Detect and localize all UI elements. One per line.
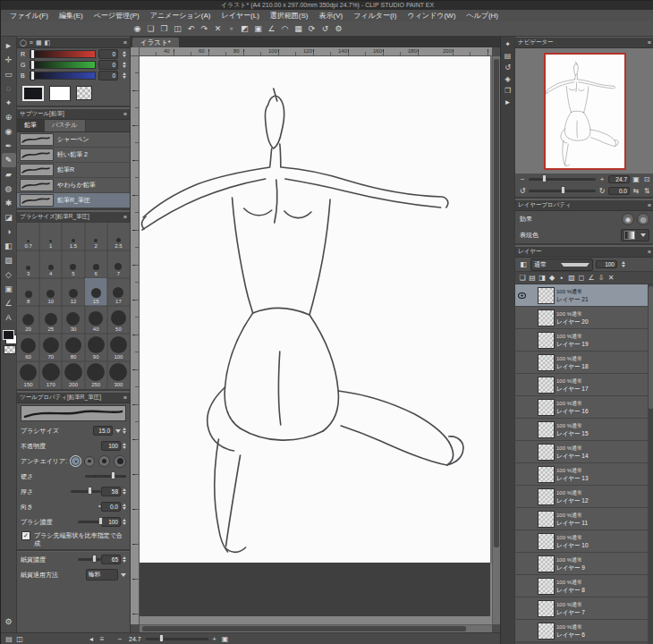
brush-size-option[interactable]: 300: [107, 361, 130, 389]
brush-density-field[interactable]: 100: [101, 517, 121, 527]
paper-density-knob[interactable]: [92, 555, 97, 563]
dock-information-icon[interactable]: ◈: [504, 74, 513, 83]
layer-row[interactable]: 100 %通常 レイヤー 14: [515, 441, 648, 463]
transparent-swatch-large[interactable]: [76, 86, 92, 100]
layer-row[interactable]: 100 %通常 レイヤー 11: [515, 508, 648, 530]
scrollbar-thumb[interactable]: [142, 626, 466, 631]
layer-opacity-value[interactable]: 100: [596, 260, 617, 268]
layer-thumbnail[interactable]: [538, 578, 555, 595]
tone-effect-icon[interactable]: ◍: [637, 213, 649, 225]
paper-density-stepper[interactable]: [123, 556, 126, 563]
undo-icon[interactable]: ↶: [185, 23, 197, 35]
tool-zoom[interactable]: ⊕: [2, 110, 16, 124]
tool-fill[interactable]: ◧: [2, 239, 16, 253]
layer-visibility-toggle[interactable]: [517, 291, 526, 300]
flip-vertical-icon[interactable]: ⇅: [642, 187, 651, 196]
brush-density-slider[interactable]: [78, 521, 101, 523]
brush-size-option[interactable]: 8: [17, 278, 39, 306]
tool-airbrush[interactable]: ◍: [2, 182, 16, 196]
layer-row[interactable]: 100 %通常 レイヤー 13: [515, 463, 648, 486]
hardness-knob[interactable]: [111, 471, 115, 479]
save-file-icon[interactable]: ◫: [172, 23, 183, 35]
chevron-down-icon[interactable]: [115, 429, 121, 433]
settings-icon[interactable]: ⚙: [333, 23, 344, 35]
tool-pencil[interactable]: ✎: [2, 153, 16, 167]
layer-visibility-toggle[interactable]: [517, 559, 526, 568]
blend-mode-dropdown[interactable]: 通常: [530, 258, 593, 271]
new-layer-folder-icon[interactable]: ▤: [528, 274, 537, 283]
canvas-horizontal-scrollbar[interactable]: [140, 624, 492, 632]
snap-to-special-ruler-icon[interactable]: ◠: [279, 23, 291, 35]
direction-field[interactable]: 0.0: [101, 502, 121, 512]
set-ruler-icon[interactable]: ∠: [587, 274, 596, 283]
layer-visibility-toggle[interactable]: [517, 626, 526, 635]
zoom-in-icon[interactable]: +: [210, 635, 219, 644]
brush-size-option[interactable]: 70: [39, 334, 62, 361]
channel-slider[interactable]: [30, 50, 96, 58]
navigator-rotate-slider[interactable]: [529, 190, 596, 192]
enable-mask-icon[interactable]: ◻: [577, 274, 586, 283]
channel-stepper[interactable]: [123, 72, 126, 79]
brush-size-option[interactable]: 20: [17, 306, 39, 334]
layer-row[interactable]: 100 %通常 レイヤー 19: [515, 329, 648, 352]
layer-visibility-toggle[interactable]: [517, 358, 526, 367]
layer-visibility-toggle[interactable]: [517, 514, 526, 523]
menu-item[interactable]: フィルター(I): [348, 10, 402, 21]
channel-slider-knob[interactable]: [30, 49, 35, 59]
layer-thumbnail[interactable]: [538, 488, 555, 505]
layer-thumbnail[interactable]: [538, 600, 555, 617]
tool-brush[interactable]: ▰: [2, 167, 16, 182]
navigator-zoom-value[interactable]: 24.7: [608, 175, 630, 183]
layer-list-scrollbar[interactable]: [648, 284, 653, 644]
subtool-brush-item[interactable]: やわらか鉛筆: [17, 178, 130, 193]
paper-density-slider[interactable]: [78, 558, 101, 561]
rotate-left-icon[interactable]: ↺: [518, 187, 527, 196]
delete-icon[interactable]: ✕: [212, 23, 224, 35]
layer-row[interactable]: 100 %通常 レイヤー 17: [515, 374, 648, 396]
navigator-angle-value[interactable]: 0.0: [608, 187, 630, 195]
layer-visibility-toggle[interactable]: [517, 492, 526, 501]
layer-visibility-toggle[interactable]: [517, 604, 526, 613]
tool-shape[interactable]: ◇: [2, 267, 16, 282]
layer-row[interactable]: 100 %通常 レイヤー 10: [515, 530, 648, 553]
brush-size-option[interactable]: 90: [85, 334, 107, 361]
thickness-knob[interactable]: [88, 487, 92, 495]
brush-size-option[interactable]: 6: [85, 250, 107, 278]
flip-horizontal-icon[interactable]: ⇆: [632, 187, 640, 196]
brush-size-option[interactable]: 60: [17, 334, 39, 361]
brush-size-option[interactable]: 30: [62, 306, 84, 334]
menu-item[interactable]: レイヤー(L): [216, 10, 264, 21]
layer-thumbnail[interactable]: [538, 309, 555, 326]
brush-size-option[interactable]: 150: [17, 361, 39, 389]
main-color-swatch-large[interactable]: [22, 86, 44, 101]
layer-visibility-toggle[interactable]: [517, 581, 526, 590]
deselect-icon[interactable]: ▫: [225, 23, 237, 35]
hardness-slider[interactable]: [85, 475, 126, 478]
reset-display-icon[interactable]: ↺: [319, 23, 331, 35]
scrollbar-thumb[interactable]: [494, 59, 499, 547]
tool-lasso[interactable]: ◌: [2, 81, 16, 96]
navigator-zoom-slider[interactable]: [529, 178, 596, 181]
main-color-swatch[interactable]: [3, 330, 14, 340]
layer-thumbnail[interactable]: [538, 444, 555, 461]
clip-to-layer-below-icon[interactable]: ◨: [538, 274, 547, 283]
actual-size-icon[interactable]: ⊡: [642, 175, 651, 184]
brush-size-option[interactable]: 80: [62, 334, 84, 361]
thickness-slider[interactable]: [71, 490, 101, 493]
brush-size-option[interactable]: 2: [85, 223, 107, 250]
layer-row[interactable]: 100 %通常 レイヤー 8: [515, 575, 648, 597]
channel-slider[interactable]: [30, 72, 96, 80]
antialias-medium-button[interactable]: [98, 455, 110, 467]
layer-visibility-toggle[interactable]: [517, 425, 526, 434]
channel-value[interactable]: 0: [98, 71, 118, 80]
rotate-knob[interactable]: [561, 186, 565, 194]
set-as-reference-layer-icon[interactable]: ◆: [547, 274, 556, 283]
dock-auto-action-icon[interactable]: ►: [504, 97, 513, 106]
brush-size-option[interactable]: 1.5: [62, 223, 84, 250]
panel-menu-icon[interactable]: ≡: [123, 394, 127, 401]
tool-ruler[interactable]: ∠: [2, 296, 16, 310]
menu-item[interactable]: 編集(E): [54, 10, 89, 21]
menu-item[interactable]: 表示(V): [314, 10, 349, 21]
channel-stepper[interactable]: [123, 51, 126, 57]
tool-eyedropper[interactable]: ◉: [2, 124, 16, 139]
